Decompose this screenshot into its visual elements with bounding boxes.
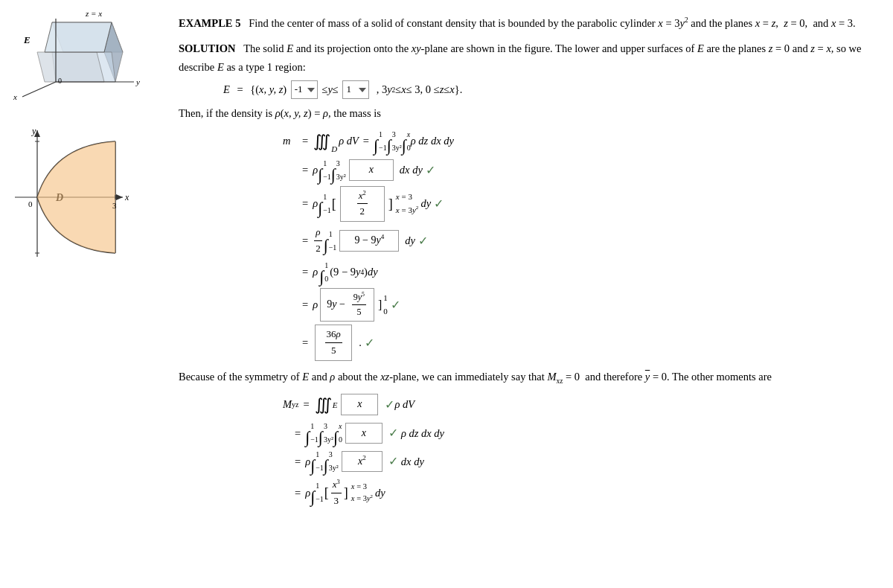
rho5: ρ	[313, 263, 318, 281]
period-1: .	[359, 334, 362, 351]
svg-text:E: E	[23, 34, 31, 45]
mass-step3: = ρ ∫1−1 [ x2 2 ] x = 3 x = 3y2 dy ✓	[179, 186, 871, 223]
diagram-3d: z = x E x y	[7, 7, 141, 104]
bracket-open-2: [	[324, 482, 329, 504]
bracket-eval: ]	[378, 295, 382, 315]
eval-limits-2: x = 3 x = 3y2	[351, 481, 373, 506]
answer-box-6: x	[341, 394, 378, 415]
int-3y2-d: ∫33y²	[324, 449, 339, 474]
bracket-answer-1: 9y − 9y5 5	[320, 288, 374, 322]
equals-sign: =	[234, 81, 246, 98]
diagram-2d: y x 0 D	[7, 127, 127, 261]
checkmark-3: ✓	[418, 231, 428, 251]
eval-limits: x = 3 x = 3y2	[396, 191, 419, 217]
dy-1: dy	[420, 195, 431, 212]
example-title: EXAMPLE 5 Find the center of mass of a s…	[179, 15, 871, 32]
bracket-open: [	[332, 194, 336, 215]
and-text: and	[813, 17, 828, 29]
answer-box-3: 9 − 9y4	[339, 230, 399, 251]
svg-text:x: x	[124, 192, 129, 202]
E-subscript: D	[331, 140, 337, 154]
set-E-label: E	[223, 81, 230, 98]
p-dz-dx-dy: ρ dz dx dy	[401, 425, 444, 442]
Myz-step3: = ρ ∫1−1 ∫33y² x2 ✓ dx dy	[179, 449, 871, 474]
int-3y2-c: ∫33y²	[319, 421, 333, 446]
svg-text:x: x	[13, 92, 17, 101]
int-0-x-c: ∫x0	[333, 421, 342, 446]
mass-step4: = ρ 2 ∫1−1 9 − 9y4 dy ✓	[179, 225, 871, 257]
int-m1-1c: ∫1−1	[305, 421, 319, 446]
mass-step5: = ρ ∫10 (9 − 9y4) dy	[179, 260, 871, 285]
iterated-int-1: ∫1−1	[374, 129, 387, 154]
Myz-label: M	[283, 396, 292, 413]
dy-final: dy	[375, 485, 385, 502]
int-3y2: ∫33y²	[331, 158, 346, 183]
parabola-eq: x	[658, 17, 662, 29]
int-neg1-1: ∫1−1	[318, 191, 331, 217]
mass-step2: = ρ ∫1−1 ∫33y² x dx dy ✓	[179, 158, 871, 183]
m-label: m	[283, 132, 298, 150]
left-panel: z = x E x y	[0, 0, 164, 588]
int-1-1: ∫1−1	[318, 158, 331, 183]
right-panel: EXAMPLE 5 Find the center of mass of a s…	[164, 0, 893, 588]
int-neg1-1b: ∫1−1	[324, 229, 337, 254]
answer-box-7: x	[345, 423, 383, 444]
symmetry-text: Because of the symmetry of E and ρ about…	[179, 368, 871, 386]
svg-text:0: 0	[28, 199, 33, 208]
solution-block: SOLUTION The solid E and its projection …	[179, 39, 871, 76]
checkmark-8: ✓	[388, 452, 398, 471]
lower-y-select[interactable]: -1	[291, 80, 318, 99]
mass-equation-main: m = ∭ D ρ dV = ∫1−1 ∫33y² ∫x0 ρ dz dx dy	[179, 128, 871, 154]
example-label: EXAMPLE 5	[179, 17, 240, 29]
checkmark-6: ✓	[385, 395, 394, 415]
dx-dy-1: dx dy	[400, 162, 423, 179]
svg-marker-5	[37, 52, 104, 82]
int-m1-1d: ∫1−1	[310, 449, 324, 474]
rho-over-2: ρ 2	[314, 225, 322, 257]
answer-box-5: 36ρ 5	[315, 325, 352, 361]
triple-integral-sym: ∭	[313, 128, 330, 154]
svg-line-7	[22, 82, 56, 97]
bracket-close: ]	[388, 194, 393, 215]
svg-text:y: y	[135, 77, 140, 86]
checkmark-4: ✓	[391, 295, 400, 315]
solution-label: SOLUTION	[179, 42, 236, 54]
svg-marker-6	[45, 22, 112, 52]
rho-dV: ρ dV	[394, 396, 415, 413]
checkmark-7: ✓	[388, 424, 398, 443]
svg-text:z = x: z = x	[85, 9, 102, 18]
answer-box-8: x2	[342, 451, 383, 472]
int-0-1: ∫10	[319, 260, 328, 285]
bracket-close-2: ]	[344, 482, 348, 504]
dy-2: dy	[405, 232, 415, 249]
checkmark-5: ✓	[365, 333, 374, 353]
Myz-step4: = ρ ∫1−1 [ x3 3 ] x = 3 x = 3y2 dy	[179, 477, 871, 509]
Myz-line: Myz = ∭ E x ✓ ρ dV	[179, 392, 871, 418]
checkmark-1: ✓	[426, 161, 435, 180]
rho6: ρ	[313, 296, 318, 313]
set-open-brace: {(x, y, z)	[250, 81, 287, 98]
density-text: Then, if the density is ρ(x, y, z) = ρ, …	[179, 105, 871, 122]
mass-step7: = 36ρ 5 . ✓	[179, 325, 871, 361]
x3-over-3: x3 3	[331, 477, 342, 509]
set-definition-line: E = {(x, y, z) -1 ≤ y ≤ 1 , 3y2 ≤ x ≤ 3,…	[223, 80, 871, 99]
mass-step6: = ρ 9y − 9y5 5 ] 1 0 ✓	[179, 288, 871, 322]
rho-sym: ρ	[339, 132, 344, 150]
upper-y-select[interactable]: 1	[342, 80, 369, 99]
triple-int-2: ∭	[315, 392, 332, 418]
Myz-step2: = ∫1−1 ∫33y² ∫x0 x ✓ ρ dz dx dy	[179, 421, 871, 446]
checkmark-2: ✓	[434, 194, 444, 214]
int-m1-1e: ∫1−1	[310, 480, 324, 505]
dx-dy-3: dx dy	[401, 453, 424, 470]
svg-text:0: 0	[58, 77, 62, 85]
iterated-int-3: ∫x0	[402, 129, 411, 154]
svg-marker-25	[116, 194, 123, 200]
eval-0-1: 1 0	[383, 292, 388, 318]
iterated-int-2: ∫33y²	[387, 129, 402, 154]
svg-text:3: 3	[112, 201, 117, 210]
rho2: ρ	[411, 132, 416, 150]
answer-box-2: x2 2	[340, 186, 385, 223]
answer-box-1: x	[349, 159, 394, 180]
